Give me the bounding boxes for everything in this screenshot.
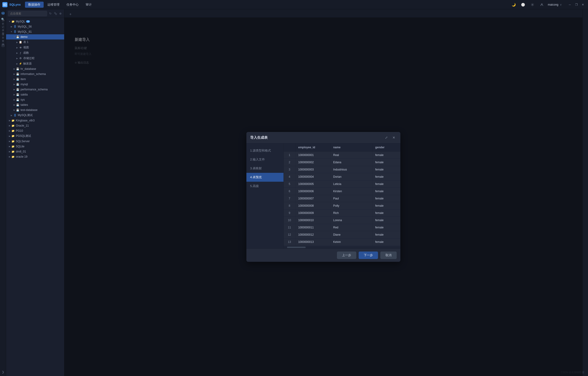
td-row-num: 8: [284, 202, 295, 209]
tree-item-procedure[interactable]: ▶ ⚙ 存储过程: [6, 55, 64, 61]
steps-panel: 1.源类型和格式 2.输入文件 3.表映射 4.表预览 5.高级: [246, 144, 284, 248]
db-icon: 🗄: [13, 25, 17, 29]
table-row: 3 1000000003 Industrious female: [284, 166, 400, 173]
expand-arrow: ▶: [8, 119, 11, 122]
table-preview-panel: employee_id name gender 1 1000000001 Rea…: [284, 144, 400, 248]
prev-button[interactable]: 上一步: [337, 252, 356, 259]
horizontal-scrollbar[interactable]: [284, 246, 400, 248]
tree-item-tables[interactable]: ▶ 💾 tables: [6, 102, 64, 107]
nav-expand-icon[interactable]: ❯: [0, 369, 6, 375]
td-employee-id: 1000000005: [295, 180, 330, 188]
tree-item-hr[interactable]: ▶ 💾 hr_database: [6, 66, 64, 71]
td-gender: female: [372, 152, 400, 159]
td-name: Diane: [330, 231, 372, 238]
add-tab-button[interactable]: +: [67, 11, 74, 18]
expand-arrow: ▶: [13, 72, 16, 76]
menu-audit[interactable]: 审计: [82, 2, 95, 8]
td-name: Real: [330, 152, 372, 159]
tree-item-mysql81[interactable]: ▼ 🗄 MySQL_81: [6, 29, 64, 34]
menu-data-ops[interactable]: 数据操作: [25, 2, 44, 8]
folder-icon: 📁: [11, 144, 15, 148]
tree-item-sakila[interactable]: ▶ 💾 sakila: [6, 92, 64, 97]
theme-toggle[interactable]: 🌙: [511, 1, 517, 8]
schema-icon: 💾: [16, 93, 20, 97]
tree-item-sqlite[interactable]: ▶ 📁 SQLite: [6, 144, 64, 149]
td-employee-id: 1000000002: [295, 159, 330, 166]
maximize-button[interactable]: ❐: [574, 2, 579, 8]
cancel-button[interactable]: 取消: [380, 252, 397, 259]
tree-label: 视图: [23, 45, 29, 50]
tree-item-mysql56[interactable]: ▶ 🗄 MySQL_56: [6, 24, 64, 29]
tree-item-trigger[interactable]: ▶ ⚡ 触发器: [6, 61, 64, 66]
table-row: 12 1000000012 Diane female: [284, 231, 400, 238]
step-1[interactable]: 1.源类型和格式: [246, 146, 284, 155]
user-icon[interactable]: [538, 1, 545, 8]
tree-item-pg10[interactable]: ▶ 📁 PG10: [6, 128, 64, 133]
tree-item-function[interactable]: ▶ ƒ 函数: [6, 50, 64, 55]
tree-item-pgsql[interactable]: ▶ 📁 PGSQL测试: [6, 133, 64, 139]
menu-ops-mgmt[interactable]: 运维管理: [44, 2, 63, 8]
tree-item-mysql-test[interactable]: ▶ 🗄 MySQL测试: [6, 112, 64, 118]
tree-label: 函数: [23, 51, 29, 55]
tree-item-test-db[interactable]: ▶ 💾 test-database: [6, 107, 64, 112]
td-row-num: 12: [284, 231, 295, 238]
tree-item-info-schema[interactable]: ▶ 💾 information_schema: [6, 71, 64, 77]
tree-item-mysql-group[interactable]: ▼ 📁 MySQL 3: [6, 19, 64, 24]
dialog-expand-button[interactable]: ⤢: [384, 135, 389, 140]
expand-arrow: ▼: [13, 35, 16, 39]
svg-point-3: [532, 4, 533, 5]
db-icon[interactable]: [0, 11, 6, 16]
expand-arrow: ▶: [13, 67, 16, 70]
dialog-body: 1.源类型和格式 2.输入文件 3.表映射 4.表预览 5.高级 employe…: [246, 144, 400, 248]
tree-item-view[interactable]: ▶ 👁 视图: [6, 45, 64, 50]
schema-icon: 💾: [16, 35, 20, 39]
tree-item-sys[interactable]: ▶ 💾 sys: [6, 97, 64, 102]
td-row-num: 13: [284, 238, 295, 245]
tree-item-mysql[interactable]: ▶ 💾 mysql: [6, 82, 64, 87]
folder-icon: 📁: [11, 129, 15, 133]
tree-label: oracle 19: [16, 155, 27, 158]
tree-item-oracle11[interactable]: ▶ 📁 Oracle_11: [6, 123, 64, 128]
tree-label: item: [21, 77, 26, 81]
tree-label: Oracle_11: [16, 124, 29, 127]
tree-item-perf-schema[interactable]: ▶ 💾 performance_schema: [6, 87, 64, 92]
dialog-header: 导入生成表 ⤢ ✕: [246, 132, 400, 144]
save-icon[interactable]: 保存查询: [0, 37, 6, 42]
tree-item-item[interactable]: ▶ 💾 item: [6, 77, 64, 82]
step-5[interactable]: 5.高级: [246, 182, 284, 191]
tree-label: Kingbase_v8r3: [16, 119, 34, 122]
tree-item-demo[interactable]: ▼ 💾 demo: [6, 34, 64, 39]
settings-icon[interactable]: [529, 1, 536, 8]
menu-task-center[interactable]: 任务中心: [63, 2, 82, 8]
scrollbar-thumb[interactable]: [287, 247, 306, 248]
tree-label: hr_database: [21, 67, 36, 70]
tree-item-sqlserver[interactable]: ▶ 📁 SQLServer: [6, 139, 64, 144]
tree-label: MySQL_56: [18, 25, 32, 28]
tree-item-kingbase[interactable]: ▶ 📁 Kingbase_v8r3: [6, 118, 64, 123]
step-2[interactable]: 2.输入文件: [246, 155, 284, 164]
content-body: 新建导入 鼠标右键 即可新建导入 ⊙ 输出日志 导入生成表 ⤢: [64, 18, 582, 376]
collapse-icon[interactable]: [54, 11, 57, 16]
step-3[interactable]: 3.表映射: [246, 164, 284, 173]
toggle-btn[interactable]: ⚪: [520, 1, 526, 8]
minimize-button[interactable]: ─: [567, 2, 573, 8]
td-gender: female: [372, 188, 400, 195]
next-button[interactable]: 下一步: [359, 252, 378, 259]
search-input[interactable]: [8, 11, 47, 16]
tree-item-table1[interactable]: ▶ 📋 表 1: [6, 39, 64, 45]
right-sidebar: [582, 9, 588, 376]
tree-label: MySQL_81: [18, 30, 32, 33]
dialog-close-button[interactable]: ✕: [391, 135, 397, 140]
query-icon[interactable]: [0, 43, 6, 48]
more-icon[interactable]: ⊕: [59, 11, 62, 16]
svg-point-5: [2, 12, 4, 13]
history-icon[interactable]: 历史记录: [0, 23, 6, 28]
tree-label: PGSQL测试: [16, 134, 31, 138]
step-4[interactable]: 4.表预览: [246, 173, 284, 182]
badge: 3: [26, 20, 30, 23]
refresh-icon[interactable]: ↻: [49, 11, 52, 16]
tree-item-oracle19[interactable]: ▶ 📁 oracle 19: [6, 154, 64, 159]
td-gender: female: [372, 202, 400, 209]
close-button[interactable]: ✕: [580, 2, 586, 8]
tree-item-dm8[interactable]: ▶ 📁 dm8_01: [6, 149, 64, 154]
